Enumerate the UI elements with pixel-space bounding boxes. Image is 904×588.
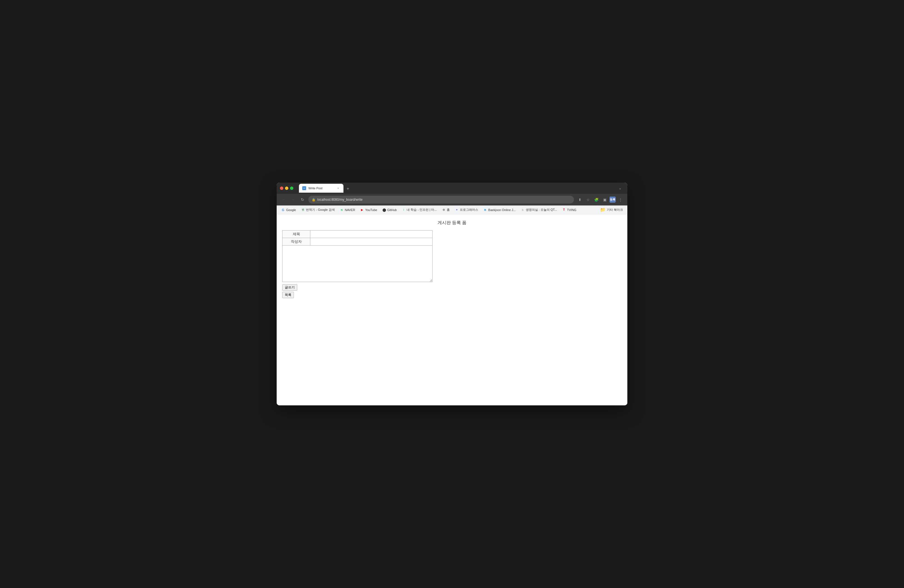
tab-end-controls: ⌄ <box>616 184 624 192</box>
title-row: 제목 <box>283 231 433 238</box>
page-title: 게시판 등록 폼 <box>282 220 622 226</box>
lock-icon: 🔒 <box>312 198 316 202</box>
github-icon: ⬤ <box>382 208 386 212</box>
baekjoon-icon: B <box>483 208 487 212</box>
bookmark-programmers[interactable]: ✦ 프로그래머스 <box>452 207 480 213</box>
bookmark-google[interactable]: G Google <box>279 207 298 213</box>
form-table: 제목 작성자 <box>282 230 433 245</box>
programmers-icon: ✦ <box>455 208 459 212</box>
home-icon: ⊕ <box>442 208 446 212</box>
bookmark-home[interactable]: ⊕ 홈 <box>439 207 452 213</box>
bookmark-github[interactable]: ⬤ GitHub <box>380 207 399 213</box>
bookmark-inflearn-label: 내 학습 - 인프런 | 마... <box>407 208 437 212</box>
bookmark-home-label: 홈 <box>447 208 450 212</box>
bookmark-programmers-label: 프로그래머스 <box>460 208 478 212</box>
bookmark-life[interactable]: S 생명의실 : 오늘의 QT... <box>518 207 559 213</box>
youtube-icon: ▶ <box>360 208 364 212</box>
address-bar: ← → ↻ 🔒 localhost:8080/my_board/write ⬆ … <box>277 194 627 205</box>
google-icon: G <box>281 208 285 212</box>
bookmarks-bar: G Google 번 번역기 - Google 검색 N NAVER ▶ You… <box>277 205 627 214</box>
bookmark-github-label: GitHub <box>387 208 397 212</box>
title-bar: ✏ Write Post × + ⌄ <box>277 183 627 194</box>
new-tab-button[interactable]: + <box>344 185 352 193</box>
bookmark-translate-label: 번역기 - Google 검색 <box>306 208 335 212</box>
extensions-button[interactable]: 🧩 <box>593 196 600 203</box>
browser-window: ✏ Write Post × + ⌄ ← → ↻ 🔒 localhost:808… <box>277 183 627 405</box>
title-label: 제목 <box>283 231 310 238</box>
profile-button[interactable]: 등록 <box>610 196 616 203</box>
sidebar-button[interactable]: ▣ <box>601 196 608 203</box>
bookmark-life-label: 생명의실 : 오늘의 QT... <box>526 208 557 212</box>
bookmarks-more-button[interactable]: 📁 기타 북마크 <box>598 206 625 213</box>
naver-icon: N <box>340 208 344 212</box>
bookmark-inflearn[interactable]: i 내 학습 - 인프런 | 마... <box>400 207 439 213</box>
form-buttons: 글쓰기 목록 <box>282 284 622 298</box>
bookmark-star-button[interactable]: ☆ <box>585 196 592 203</box>
bookmark-naver-label: NAVER <box>345 208 355 212</box>
bookmarks-more-container: 📁 기타 북마크 <box>598 206 625 213</box>
bookmark-translate[interactable]: 번 번역기 - Google 검색 <box>299 207 337 213</box>
bookmarks-folder-icon: 📁 <box>600 207 605 212</box>
author-input[interactable] <box>311 239 432 245</box>
title-input-cell <box>310 231 433 238</box>
share-button[interactable]: ⬆ <box>576 196 583 203</box>
bookmark-google-label: Google <box>286 208 296 212</box>
tab-title: Write Post <box>308 187 334 190</box>
menu-button[interactable]: ⋮ <box>617 196 624 203</box>
bookmark-youtube-label: YouTube <box>365 208 377 212</box>
back-button[interactable]: ← <box>280 196 287 203</box>
bookmarks-more-label: 기타 북마크 <box>607 208 623 212</box>
author-row: 작성자 <box>283 238 433 245</box>
translate-icon: 번 <box>301 208 305 212</box>
content-wrapper <box>282 245 433 282</box>
minimize-button[interactable] <box>285 187 288 190</box>
bookmark-naver[interactable]: N NAVER <box>338 207 357 213</box>
bookmark-baekjoon[interactable]: B Baekjoon Online J... <box>481 207 518 213</box>
bookmark-baekjoon-label: Baekjoon Online J... <box>488 208 515 212</box>
list-button[interactable]: 목록 <box>282 292 294 298</box>
title-input[interactable] <box>311 232 432 237</box>
bookmark-tving-label: TVING <box>567 208 577 212</box>
forward-button[interactable]: → <box>289 196 297 203</box>
content-textarea[interactable] <box>283 245 432 282</box>
maximize-button[interactable] <box>290 187 293 190</box>
submit-button[interactable]: 글쓰기 <box>282 284 297 291</box>
url-bar[interactable]: 🔒 localhost:8080/my_board/write <box>308 196 574 204</box>
inflearn-icon: i <box>401 208 406 212</box>
tab-bar: ✏ Write Post × + <box>299 184 614 193</box>
bookmark-youtube[interactable]: ▶ YouTube <box>358 207 379 213</box>
address-bar-actions: ⬆ ☆ 🧩 ▣ 등록 ⋮ <box>576 196 624 203</box>
life-icon: S <box>521 208 525 212</box>
tab-close-button[interactable]: × <box>336 186 340 190</box>
traffic-lights <box>280 187 293 190</box>
active-tab[interactable]: ✏ Write Post × <box>299 184 343 193</box>
bookmark-tving[interactable]: T TVING <box>560 207 578 213</box>
tab-favicon: ✏ <box>302 186 306 190</box>
refresh-button[interactable]: ↻ <box>299 196 306 203</box>
author-label: 작성자 <box>283 238 310 245</box>
url-text: localhost:8080/my_board/write <box>317 198 571 202</box>
window-menu-button[interactable]: ⌄ <box>616 184 624 192</box>
tving-icon: T <box>562 208 566 212</box>
page-content: 게시판 등록 폼 제목 작성자 글쓰기 목록 <box>277 214 627 405</box>
author-input-cell <box>310 238 433 245</box>
close-button[interactable] <box>280 187 283 190</box>
